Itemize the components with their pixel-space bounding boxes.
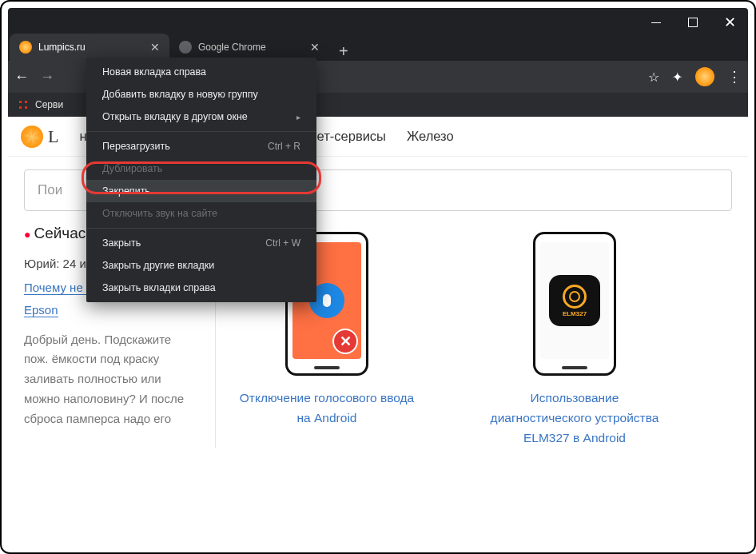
ctx-close-right[interactable]: Закрыть вкладки справа [86,277,316,299]
nav-link[interactable]: Железо [407,129,454,144]
ctx-pin[interactable]: Закрепить [86,180,316,202]
tab-strip: Lumpics.ru ✕ Google Chrome ✕ + [8,34,748,61]
card-title: Отключение голосового ввода на Android [235,389,419,428]
apps-grid-icon[interactable] [18,99,29,110]
back-button[interactable]: ← [14,69,29,86]
tab-lumpics[interactable]: Lumpics.ru ✕ [10,34,169,61]
close-tab-icon[interactable]: ✕ [310,41,320,54]
elm-icon: ELM327 [549,275,600,326]
browser-window: ✕ Lumpics.ru ✕ Google Chrome ✕ + ← → [8,8,748,546]
live-dot-icon: ● [24,227,30,241]
profile-avatar[interactable] [695,67,714,86]
menu-icon[interactable]: ⋮ [727,68,742,86]
comment-body: Добрый день. Подскажите пож. ёмкости под… [24,330,196,429]
card-title: Использование диагностического устройств… [483,389,666,448]
bookmark-star-icon[interactable]: ☆ [648,70,659,85]
tab-title: Google Chrome [198,42,304,53]
favicon-icon [179,41,192,54]
titlebar: ✕ [8,8,748,37]
site-logo[interactable]: L [21,126,58,148]
shortcut: Ctrl + W [265,237,300,249]
article-card[interactable]: ELM327 Использование диагностического ус… [483,232,666,448]
close-tab-icon[interactable]: ✕ [150,41,160,54]
ctx-open-in-window[interactable]: Открыть вкладку в другом окне [86,106,316,128]
ctx-reload[interactable]: ПерезагрузитьCtrl + R [86,135,316,157]
cancel-badge-icon: ✕ [332,329,358,354]
logo-icon [21,126,43,148]
minimize-button[interactable] [638,8,674,37]
bookmarks-label[interactable]: Серви [35,99,63,110]
ctx-close[interactable]: ЗакрытьCtrl + W [86,232,316,254]
search-placeholder: Пои [38,182,62,198]
logo-text: L [48,126,58,147]
close-window-button[interactable]: ✕ [711,8,748,37]
tab-chrome[interactable]: Google Chrome ✕ [169,34,329,61]
tab-title: Lumpics.ru [38,42,144,53]
ctx-new-tab-right[interactable]: Новая вкладка справа [86,61,316,83]
ctx-add-to-group[interactable]: Добавить вкладку в новую группу [86,83,316,106]
new-tab-button[interactable]: + [329,42,358,61]
ctx-duplicate[interactable]: Дублировать [86,157,316,180]
favicon-icon [19,41,32,54]
phone-illustration: ELM327 [533,232,616,376]
ctx-close-others[interactable]: Закрыть другие вкладки [86,254,316,277]
tab-context-menu: Новая вкладка справа Добавить вкладку в … [86,58,316,302]
shortcut: Ctrl + R [268,141,300,152]
maximize-button[interactable] [674,8,711,37]
extensions-icon[interactable]: ✦ [672,70,682,85]
forward-button: → [40,69,54,86]
ctx-mute-site[interactable]: Отключить звук на сайте [86,202,316,225]
